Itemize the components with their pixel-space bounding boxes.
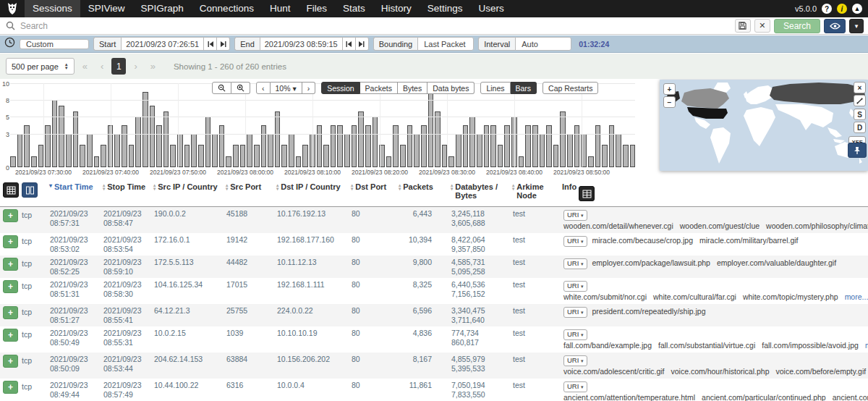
uri-value[interactable]: fall.com/band/example.jpg (563, 341, 652, 350)
clear-search-button[interactable]: ✕ (754, 19, 770, 33)
uri-value[interactable]: miracle.com/military/barrel.gif (699, 236, 799, 245)
src-port-cell[interactable]: 19142 (224, 235, 275, 254)
map-zoom-in-button[interactable]: + (663, 83, 676, 95)
expand-session-button[interactable]: + (3, 209, 18, 222)
src-ip-cell[interactable]: 64.12.21.3 (152, 305, 224, 325)
last-page-button[interactable]: » (145, 61, 161, 72)
style-lines-button[interactable]: Lines (480, 82, 510, 94)
column-config-button[interactable] (22, 182, 38, 198)
node-cell[interactable]: test (511, 208, 561, 232)
end-step-back-button[interactable] (343, 37, 356, 51)
prev-page-button[interactable]: ‹ (95, 61, 109, 72)
uri-value[interactable]: fall.com/impossible/avoid.jpg (762, 341, 859, 350)
column-header-dst-port[interactable]: ▴▾Dst Port (349, 179, 397, 193)
node-cell[interactable]: test (511, 235, 561, 254)
search-button[interactable]: Search (774, 19, 820, 33)
start-step-back-button[interactable] (204, 37, 217, 51)
uri-dropdown-button[interactable]: URI ▾ (563, 355, 587, 366)
metric-bytes-button[interactable]: Bytes (398, 82, 427, 94)
cap-restarts-button[interactable]: Cap Restarts (542, 82, 598, 94)
uri-value[interactable]: president.com/repeatedly/ship.jpg (592, 307, 706, 316)
src-ip-cell[interactable]: 190.0.0.2 (152, 208, 224, 232)
node-cell[interactable]: test (511, 257, 561, 277)
nav-item-sessions[interactable]: Sessions (25, 0, 80, 17)
end-time-input[interactable]: 2021/09/23 08:59:15 (260, 37, 343, 51)
nav-item-history[interactable]: History (373, 0, 420, 17)
uri-value[interactable]: voice.com/hour/historical.php (671, 367, 769, 376)
dst-port-cell[interactable]: 80 (349, 208, 397, 232)
search-input[interactable] (20, 21, 735, 31)
column-header-packets[interactable]: ▴▾Packets (397, 179, 449, 193)
timeline-plot[interactable]: 035810 (10, 83, 635, 167)
map-dst-toggle-button[interactable]: D (854, 122, 866, 133)
node-cell[interactable]: test (511, 354, 561, 377)
dst-ip-cell[interactable]: 10.156.206.202 (275, 354, 349, 377)
style-bars-button[interactable]: Bars (511, 82, 537, 94)
column-header-arkime-node[interactable]: ▴▾Arkime Node (511, 179, 561, 201)
clock-icon[interactable] (4, 37, 15, 51)
uri-value[interactable]: wooden.com/detail/whenever.cgi (563, 221, 673, 230)
expand-session-button[interactable]: + (3, 235, 18, 248)
uri-dropdown-button[interactable]: URI ▾ (563, 236, 587, 247)
uri-value[interactable]: ancient.com/particular/continued.php (702, 393, 826, 401)
expand-session-button[interactable]: + (3, 280, 18, 293)
dst-port-cell[interactable]: 80 (349, 279, 397, 303)
src-ip-cell[interactable]: 104.16.125.34 (152, 279, 224, 303)
metric-session-button[interactable]: Session (321, 82, 359, 94)
uri-value[interactable]: fall.com/substantial/virtue.cgi (658, 341, 755, 350)
end-step-forward-button[interactable] (356, 37, 369, 51)
uri-dropdown-button[interactable]: URI ▾ (563, 281, 587, 292)
src-port-cell[interactable]: 44482 (224, 257, 275, 277)
dst-port-cell[interactable]: 80 (349, 328, 397, 351)
uri-value[interactable]: ancient.com/drag/customer.gif (833, 393, 868, 401)
arkime-logo-icon[interactable] (0, 0, 25, 17)
nav-item-stats[interactable]: Stats (335, 0, 373, 17)
world-map-panel[interactable]: + − × S D XFF (660, 80, 868, 171)
dst-ip-cell[interactable]: 224.0.0.22 (275, 305, 349, 325)
nav-item-spiview[interactable]: SPIView (80, 0, 133, 17)
column-header-src-port[interactable]: ▴▾Src Port (224, 179, 275, 193)
src-port-cell[interactable]: 6316 (224, 380, 275, 401)
start-step-forward-button[interactable] (217, 37, 230, 51)
dst-port-cell[interactable]: 80 (349, 257, 397, 277)
dst-ip-cell[interactable]: 10.11.12.13 (275, 257, 349, 277)
nav-item-connections[interactable]: Connections (192, 0, 262, 17)
dst-ip-cell[interactable]: 10.10.10.19 (275, 328, 349, 351)
map-close-icon[interactable]: × (854, 82, 866, 93)
uri-value[interactable]: voice.com/adolescent/critic.gif (563, 367, 664, 376)
more-link[interactable]: more... (865, 341, 868, 350)
uri-value[interactable]: miracle.com/because/crop.jpg (592, 236, 693, 245)
uri-dropdown-button[interactable]: URI ▾ (563, 307, 587, 318)
column-header-info[interactable]: Info (561, 179, 868, 203)
metric-packets-button[interactable]: Packets (360, 82, 398, 94)
dst-ip-cell[interactable]: 10.0.0.4 (275, 380, 349, 401)
save-search-button[interactable] (735, 19, 751, 33)
uri-value[interactable]: voice.com/before/empty.gif (775, 367, 866, 376)
map-zoom-out-button[interactable]: − (663, 96, 676, 108)
src-ip-cell[interactable]: 172.16.0.1 (152, 235, 224, 254)
page-size-select[interactable]: 500 per page ▲▼ (6, 58, 75, 75)
more-link[interactable]: more... (845, 292, 868, 301)
zoom-level-select[interactable]: 10% ▾ (271, 82, 302, 94)
time-range-select[interactable]: Custom (20, 39, 89, 49)
dst-ip-cell[interactable]: 192.168.177.160 (275, 235, 349, 254)
uri-value[interactable]: wooden.com/guest/clue (680, 221, 760, 230)
column-header-src-ip-country[interactable]: ▴▾Src IP / Country (152, 179, 224, 193)
dst-ip-cell[interactable]: 192.168.1.111 (275, 279, 349, 303)
uri-value[interactable]: white.com/topic/mystery.php (743, 292, 838, 301)
src-port-cell[interactable]: 45188 (224, 208, 275, 232)
src-ip-cell[interactable]: 10.44.100.22 (152, 380, 224, 401)
uri-value[interactable]: wooden.com/philosophy/climate.jpg (766, 221, 868, 230)
node-cell[interactable]: test (511, 328, 561, 351)
uri-dropdown-button[interactable]: URI ▾ (563, 210, 587, 221)
node-cell[interactable]: test (511, 305, 561, 325)
uri-value[interactable]: employer.com/valuable/daughter.gif (717, 258, 836, 267)
uri-dropdown-button[interactable]: URI ▾ (563, 258, 587, 269)
src-port-cell[interactable]: 1039 (224, 328, 275, 351)
uri-value[interactable]: white.com/cultural/far.cgi (653, 292, 736, 301)
expand-session-button[interactable]: + (3, 381, 18, 394)
uri-dropdown-button[interactable]: URI ▾ (563, 329, 587, 340)
pan-right-button[interactable]: › (302, 82, 316, 94)
nav-item-hunt[interactable]: Hunt (262, 0, 299, 17)
expand-session-button[interactable]: + (3, 306, 18, 319)
